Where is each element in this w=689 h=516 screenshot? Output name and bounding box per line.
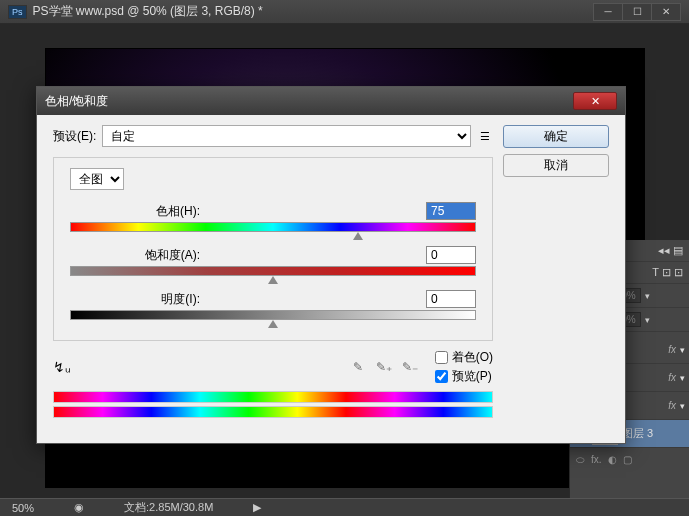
eyedropper-sub-icon[interactable]: ✎₋ — [401, 358, 419, 376]
slider-thumb[interactable] — [353, 232, 363, 240]
cancel-button[interactable]: 取消 — [503, 154, 609, 177]
lightness-slider[interactable] — [70, 310, 476, 320]
preview-checkbox[interactable]: 预览(P) — [435, 368, 493, 385]
hue-strip-top — [53, 391, 493, 403]
zoom-level[interactable]: 50% — [12, 502, 34, 514]
hue-saturation-dialog: 色相/饱和度 ✕ 预设(E): 自定 ☰ 全图 — [36, 86, 626, 444]
fx-badge: fx — [668, 400, 676, 411]
folder-icon[interactable]: ▢ — [623, 454, 632, 466]
colorize-checkbox[interactable]: 着色(O) — [435, 349, 493, 366]
status-bar: 50% ◉ 文档:2.85M/30.8M ▶ — [0, 498, 689, 516]
main-titlebar: Ps PS学堂 www.psd @ 50% (图层 3, RGB/8) * ─ … — [0, 0, 689, 24]
preset-label: 预设(E): — [53, 128, 96, 145]
layer-name: 图层 3 — [622, 426, 653, 441]
slider-thumb[interactable] — [268, 276, 278, 284]
ps-icon: Ps — [8, 5, 27, 19]
play-icon[interactable]: ▶ — [253, 501, 261, 514]
fx-badge: fx — [668, 372, 676, 383]
layers-footer: ⬭ fx. ◐ ▢ — [570, 452, 689, 468]
saturation-slider[interactable] — [70, 266, 476, 276]
tools-row: ↯ᵤ ✎ ✎₊ ✎₋ 着色(O) 预览(P) — [53, 349, 493, 385]
eyedropper-add-icon[interactable]: ✎₊ — [375, 358, 393, 376]
close-button[interactable]: ✕ — [651, 3, 681, 21]
fx-badge: fx — [668, 344, 676, 355]
window-title: PS学堂 www.psd @ 50% (图层 3, RGB/8) * — [33, 3, 263, 20]
hue-slider[interactable] — [70, 222, 476, 232]
preset-select[interactable]: 自定 — [102, 125, 471, 147]
fx-menu[interactable]: fx. — [591, 454, 602, 466]
slider-thumb[interactable] — [268, 320, 278, 328]
doc-info: 文档:2.85M/30.8M — [124, 500, 213, 515]
mask-icon[interactable]: ◐ — [608, 454, 617, 466]
hand-tool-icon[interactable]: ↯ᵤ — [53, 359, 71, 375]
lightness-label: 明度(I): — [70, 291, 200, 308]
preset-menu-icon[interactable]: ☰ — [477, 128, 493, 144]
saturation-input[interactable] — [426, 246, 476, 264]
maximize-button[interactable]: ☐ — [622, 3, 652, 21]
ok-button[interactable]: 确定 — [503, 125, 609, 148]
slider-box: 全图 色相(H): 饱和度(A): — [53, 157, 493, 341]
chevron-down-icon[interactable]: ▾ — [645, 315, 650, 325]
link-icon[interactable]: ⬭ — [576, 454, 585, 466]
hue-strip-bottom — [53, 406, 493, 418]
minimize-button[interactable]: ─ — [593, 3, 623, 21]
dialog-titlebar[interactable]: 色相/饱和度 ✕ — [37, 87, 625, 115]
dialog-title: 色相/饱和度 — [45, 93, 108, 110]
lightness-input[interactable] — [426, 290, 476, 308]
dialog-close-button[interactable]: ✕ — [573, 92, 617, 110]
scrub-icon[interactable]: ◉ — [74, 501, 84, 514]
preset-row: 预设(E): 自定 ☰ — [53, 125, 493, 147]
saturation-label: 饱和度(A): — [70, 247, 200, 264]
hue-strips — [53, 391, 493, 418]
hue-input[interactable] — [426, 202, 476, 220]
chevron-down-icon[interactable]: ▾ — [645, 291, 650, 301]
eyedropper-icon[interactable]: ✎ — [349, 358, 367, 376]
app-window: Ps PS学堂 www.psd @ 50% (图层 3, RGB/8) * ─ … — [0, 0, 689, 516]
hue-label: 色相(H): — [70, 203, 200, 220]
channel-select[interactable]: 全图 — [70, 168, 124, 190]
